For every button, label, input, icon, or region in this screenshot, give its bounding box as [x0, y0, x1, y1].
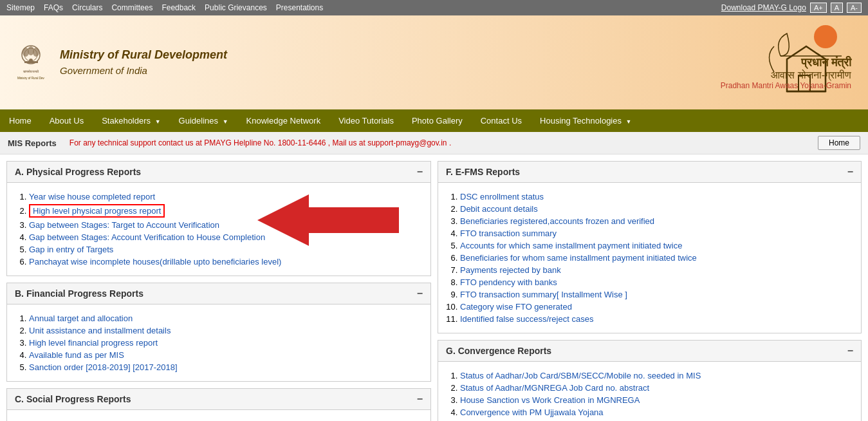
list-item: Debit account details [460, 204, 851, 214]
section-g-header: G. Convergence Reports − [438, 341, 861, 362]
accounts-installment-twice-link[interactable]: Accounts for which same installment paym… [460, 241, 682, 250]
font-decrease-button[interactable]: A- [847, 3, 862, 13]
list-item: Beneficiaries for whom same installment … [460, 253, 851, 263]
download-logo-link[interactable]: Download PMAY-G Logo [721, 3, 806, 12]
aadhar-job-card-link[interactable]: Status of Aadhar/Job Card/SBM/SECC/Mobil… [460, 371, 701, 380]
page-title: MIS Reports [8, 138, 57, 148]
header: सत्यमेव जयते Ministry of Rural Dev Minis… [0, 15, 868, 109]
list-item: Beneficiaries registered,accounts frozen… [460, 216, 851, 226]
section-a-collapse[interactable]: − [417, 166, 423, 178]
section-f-box: F. E-FMS Reports − DSC enrollment status… [438, 161, 862, 333]
nav-housing-technologies[interactable]: Housing Technologies ▼ [531, 109, 641, 132]
section-b-header: B. Financial Progress Reports − [7, 283, 430, 304]
section-g-collapse[interactable]: − [847, 345, 853, 357]
faqs-link[interactable]: FAQs [44, 3, 63, 12]
svg-text:Ministry of Rural Dev: Ministry of Rural Dev [17, 77, 45, 80]
sitemap-link[interactable]: Sitemep [6, 3, 35, 12]
dsc-enrollment-link[interactable]: DSC enrollment status [460, 192, 544, 201]
stakeholders-dropdown-icon: ▼ [155, 118, 161, 125]
font-increase-button[interactable]: A+ [810, 3, 827, 13]
beneficiaries-installment-twice-link[interactable]: Beneficiaries for whom same installment … [460, 253, 697, 263]
section-c-header: C. Social Progress Reports − [7, 389, 430, 410]
beneficiaries-registered-link[interactable]: Beneficiaries registered,accounts frozen… [460, 216, 654, 226]
font-normal-button[interactable]: A [831, 3, 843, 13]
section-a-wrapper: A. Physical Progress Reports − Year wise… [6, 161, 431, 276]
list-item: Status of Aadhar/Job Card/SBM/SECC/Mobil… [460, 371, 851, 380]
section-b-body: Annual target and allocation Unit assist… [7, 304, 430, 381]
section-a-box: A. Physical Progress Reports − Year wise… [6, 161, 431, 276]
section-b-collapse[interactable]: − [417, 288, 423, 299]
section-c-collapse[interactable]: − [417, 393, 423, 405]
nav-stakeholders[interactable]: Stakeholders ▼ [93, 109, 169, 132]
convergence-ujjawala-link[interactable]: Convergence with PM Ujjawala Yojana [460, 407, 604, 417]
section-f-collapse[interactable]: − [847, 166, 853, 178]
false-success-link[interactable]: Identified false success/reject cases [460, 314, 593, 324]
top-bar-right: Download PMAY-G Logo A+ A A- [721, 3, 862, 13]
unit-assistance-link[interactable]: Unit assistance and installment details [29, 326, 171, 335]
header-left: सत्यमेव जयते Ministry of Rural Dev Minis… [10, 42, 227, 84]
nav-home[interactable]: Home [0, 109, 41, 132]
fto-transaction-summary-link[interactable]: FTO transaction summary [460, 229, 557, 238]
section-f-body: DSC enrollment status Debit account deta… [438, 183, 861, 333]
gap-entry-targets-link[interactable]: Gap in entry of Targets [29, 245, 113, 254]
section-f-title: F. E-FMS Reports [446, 167, 520, 177]
nav-about-us[interactable]: About Us [41, 109, 93, 132]
section-a-body: Year wise house completed report High le… [7, 183, 430, 276]
annual-target-link[interactable]: Annual target and allocation [29, 313, 133, 323]
feedback-link[interactable]: Feedback [162, 3, 196, 12]
public-grievances-link[interactable]: Public Grievances [205, 3, 267, 12]
aadhar-mgnrega-link[interactable]: Status of Aadhar/MGNREGA Job Card no. ab… [460, 383, 649, 393]
emblem-logo: सत्यमेव जयते Ministry of Rural Dev [10, 42, 52, 84]
list-item: FTO pendency with banks [460, 277, 851, 287]
sanction-order-link[interactable]: Sanction order [2018-2019] [2017-2018] [29, 362, 178, 372]
section-g-body: Status of Aadhar/Job Card/SBM/SECC/Mobil… [438, 362, 861, 421]
debit-account-link[interactable]: Debit account details [460, 204, 538, 214]
list-item: Payments rejected by bank [460, 265, 851, 275]
svg-point-9 [814, 25, 837, 48]
year-wise-house-link[interactable]: Year wise house completed report [29, 192, 155, 201]
list-item: Annual target and allocation [29, 313, 420, 323]
nav-video-tutorials[interactable]: Video Tutorials [329, 109, 403, 132]
list-item: Available fund as per MIS [29, 350, 420, 360]
breadcrumb-bar: MIS Reports For any technical support co… [0, 132, 868, 154]
section-c-body: Social progress report (drillable upto b… [7, 410, 430, 421]
list-item: Year wise house completed report [29, 192, 420, 201]
committees-link[interactable]: Committees [111, 3, 152, 12]
gap-stages-target-link[interactable]: Gap between Stages: Target to Account Ve… [29, 220, 219, 230]
high-level-financial-link[interactable]: High level financial progress report [29, 338, 158, 348]
list-item: Identified false success/reject cases [460, 314, 851, 324]
section-f-header: F. E-FMS Reports − [438, 162, 861, 183]
list-item: High level financial progress report [29, 338, 420, 348]
main-nav: Home About Us Stakeholders ▼ Guidelines … [0, 109, 868, 132]
fto-installment-wise-link[interactable]: FTO transaction summary[ Installment Wis… [460, 290, 627, 299]
house-sanction-link[interactable]: House Sanction vs Work Creation in MGNRE… [460, 395, 640, 405]
list-item: Sanction order [2018-2019] [2017-2018] [29, 362, 420, 372]
top-bar-links: Sitemep FAQs Circulars Committees Feedba… [6, 3, 323, 12]
hindi-branding: प्रधान मंत्री आवास योजना-ग्रामीण Pradhan… [721, 56, 851, 90]
left-column: A. Physical Progress Reports − Year wise… [6, 161, 431, 421]
category-wise-fto-link[interactable]: Category wise FTO generated [460, 302, 572, 312]
section-a-header: A. Physical Progress Reports − [7, 162, 430, 183]
payments-rejected-link[interactable]: Payments rejected by bank [460, 265, 561, 275]
nav-photo-gallery[interactable]: Photo Gallery [403, 109, 472, 132]
nav-knowledge-network[interactable]: Knowledge Network [237, 109, 330, 132]
high-level-physical-link[interactable]: High level physical progress report [29, 204, 165, 218]
home-button[interactable]: Home [818, 136, 860, 150]
nav-guidelines[interactable]: Guidelines ▼ [170, 109, 237, 132]
list-item: FTO transaction summary[ Installment Wis… [460, 290, 851, 299]
gap-stages-account-link[interactable]: Gap between Stages: Account Verification… [29, 232, 265, 242]
section-c-box: C. Social Progress Reports − Social prog… [6, 388, 431, 421]
ministry-line1: Ministry of Rural Development [60, 46, 227, 64]
list-item: DSC enrollment status [460, 192, 851, 201]
header-right: प्रधान मंत्री आवास योजना-ग्रामीण Pradhan… [678, 21, 858, 104]
fto-pendency-link[interactable]: FTO pendency with banks [460, 277, 557, 287]
circulars-link[interactable]: Circulars [72, 3, 102, 12]
nav-contact-us[interactable]: Contact Us [472, 109, 531, 132]
presentations-link[interactable]: Presentations [276, 3, 323, 12]
section-a-title: A. Physical Progress Reports [15, 167, 141, 177]
svg-point-4 [33, 48, 39, 57]
available-fund-link[interactable]: Available fund as per MIS [29, 350, 124, 360]
section-c-title: C. Social Progress Reports [15, 394, 131, 404]
ministry-line2: Government of India [60, 64, 227, 79]
panchayat-wise-link[interactable]: Panchayat wise incomplete houses(drillab… [29, 257, 281, 267]
